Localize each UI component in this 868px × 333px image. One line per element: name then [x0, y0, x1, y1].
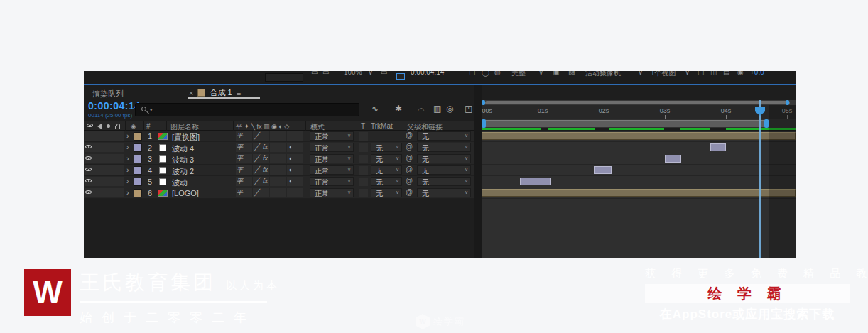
- layer-duration-bar[interactable]: [665, 155, 681, 163]
- trkmat-dropdown[interactable]: 无∨: [371, 177, 402, 186]
- tab-close-icon[interactable]: ×: [189, 89, 193, 97]
- work-area-start-handle[interactable]: [482, 119, 486, 128]
- layer-switch-cell[interactable]: [270, 131, 278, 141]
- layer-switch-cell[interactable]: [295, 165, 303, 175]
- view-layout-chevron-icon[interactable]: ∨: [685, 71, 690, 76]
- lock-toggle[interactable]: [114, 188, 124, 197]
- layer-switch-cell[interactable]: ╱: [253, 177, 261, 186]
- audio-toggle[interactable]: [94, 165, 104, 175]
- layer-switch-cell[interactable]: [270, 154, 278, 163]
- layer-switch-cell[interactable]: [270, 165, 278, 175]
- layer-switch-cell[interactable]: ◐: [287, 165, 295, 175]
- fast-previews-icon[interactable]: ▣: [553, 71, 559, 76]
- layer-switch-cell[interactable]: [278, 188, 286, 197]
- viewer-timecode[interactable]: 0:00:04:14: [411, 71, 444, 76]
- layer-row[interactable]: ›1[置换图]平╱正常∨@无∨: [84, 131, 474, 142]
- t-toggle[interactable]: [359, 189, 368, 197]
- layer-switch-cell[interactable]: 平: [236, 143, 244, 152]
- layer-switch-cell[interactable]: [244, 188, 252, 197]
- pickwhip-icon[interactable]: @: [406, 177, 413, 185]
- layer-search-input[interactable]: ▾: [135, 103, 359, 116]
- blend-mode-dropdown[interactable]: 正常∨: [310, 143, 354, 152]
- flowchart-icon[interactable]: ▤: [723, 71, 729, 76]
- audio-toggle[interactable]: [94, 131, 104, 141]
- layer-switch-cell[interactable]: [278, 143, 286, 152]
- trkmat-dropdown[interactable]: 无∨: [371, 143, 402, 152]
- solo-toggle[interactable]: [104, 177, 114, 186]
- solo-toggle[interactable]: [104, 188, 114, 197]
- tab-comp-1[interactable]: × 合成 1 ≡: [189, 87, 241, 98]
- layer-switch-cell[interactable]: [270, 143, 278, 152]
- magnification-chevron-icon[interactable]: ∨: [368, 71, 373, 76]
- layer-duration-bar[interactable]: [594, 166, 612, 174]
- trkmat-dropdown[interactable]: 无∨: [371, 154, 402, 163]
- layer-switch-cell[interactable]: ╱: [253, 131, 261, 141]
- blend-mode-dropdown[interactable]: 正常∨: [310, 177, 354, 186]
- blend-mode-dropdown[interactable]: 正常∨: [310, 154, 354, 163]
- lock-toggle[interactable]: [114, 143, 124, 152]
- layer-switch-cell[interactable]: 平: [236, 165, 244, 175]
- eye-toggle[interactable]: [85, 154, 94, 163]
- blend-mode-dropdown[interactable]: 正常∨: [310, 165, 354, 175]
- work-area-end-handle[interactable]: [764, 119, 769, 128]
- panel-column-divider[interactable]: [474, 85, 482, 258]
- graph-editor-icon[interactable]: ◳: [465, 104, 472, 114]
- parent-dropdown[interactable]: 无∨: [417, 143, 471, 152]
- magnification-value[interactable]: 100%: [344, 71, 362, 76]
- layer-switch-cell[interactable]: ◐: [287, 177, 295, 186]
- search-options-chevron-icon[interactable]: ▾: [150, 107, 153, 113]
- audio-toggle[interactable]: [94, 154, 104, 163]
- pixel-aspect-icon[interactable]: ▢: [698, 71, 704, 76]
- layer-switch-cell[interactable]: ╱: [253, 154, 261, 163]
- camera-chevron-icon[interactable]: ∨: [638, 71, 643, 76]
- solo-toggle[interactable]: [104, 131, 114, 141]
- navigator-left-handle[interactable]: [482, 100, 485, 105]
- layer-switch-cell[interactable]: [270, 188, 278, 197]
- layer-switch-cell[interactable]: [295, 154, 303, 163]
- layer-duration-bar[interactable]: [520, 178, 551, 185]
- shy-layers-icon[interactable]: ⌓: [418, 104, 425, 114]
- lock-toggle[interactable]: [114, 177, 124, 186]
- layer-row[interactable]: ›3波动 3平╱fx◐正常∨无∨@无∨: [84, 153, 474, 165]
- layer-switch-cell[interactable]: ◐: [287, 143, 295, 152]
- solo-toggle[interactable]: [104, 143, 114, 152]
- timeline-navigator[interactable]: [482, 100, 796, 105]
- tab-render-queue[interactable]: 渲染队列: [92, 89, 124, 99]
- layer-switch-cell[interactable]: [244, 177, 252, 186]
- frame-blending-icon[interactable]: ▥: [433, 104, 441, 114]
- layer-switch-cell[interactable]: fx: [261, 154, 269, 163]
- layer-switch-cell[interactable]: [295, 188, 303, 197]
- parent-dropdown[interactable]: 无∨: [417, 177, 471, 186]
- blend-mode-dropdown[interactable]: 正常∨: [310, 131, 354, 141]
- expand-arrow-icon[interactable]: ›: [126, 188, 129, 197]
- playhead-line[interactable]: [759, 100, 761, 258]
- tab-menu-icon[interactable]: ≡: [237, 89, 241, 97]
- timeline-button-icon[interactable]: ◫: [710, 71, 717, 76]
- draft-3d-icon[interactable]: ✱: [395, 104, 402, 114]
- layer-switch-cell[interactable]: [295, 177, 303, 186]
- expand-arrow-icon[interactable]: ›: [126, 177, 129, 185]
- layer-switch-cell[interactable]: 平: [236, 131, 244, 141]
- layer-switch-cell[interactable]: [287, 131, 295, 141]
- solo-toggle[interactable]: [104, 154, 114, 163]
- layer-name[interactable]: 波动 4: [172, 143, 194, 154]
- layer-switch-cell[interactable]: ◐: [287, 154, 295, 163]
- camera-view-value[interactable]: 活动摄像机: [585, 71, 621, 78]
- tab-title[interactable]: 合成 1: [210, 87, 232, 98]
- lock-toggle[interactable]: [114, 154, 124, 163]
- hand-tool-icon[interactable]: ▭: [311, 71, 318, 76]
- work-area-bar[interactable]: [482, 120, 769, 127]
- layer-switch-cell[interactable]: [244, 154, 252, 163]
- exposure-icon[interactable]: ◉: [737, 71, 744, 76]
- snapshot-icon[interactable]: ▢: [469, 71, 475, 76]
- resolution-value[interactable]: 完整: [511, 71, 526, 78]
- parent-dropdown[interactable]: 无∨: [417, 165, 471, 175]
- pickwhip-icon[interactable]: @: [406, 131, 413, 139]
- layer-switch-cell[interactable]: [244, 165, 252, 175]
- pickwhip-icon[interactable]: @: [406, 188, 413, 196]
- parent-dropdown[interactable]: 无∨: [417, 188, 471, 197]
- layer-switch-cell[interactable]: ╱: [253, 188, 261, 197]
- region-of-interest-icon[interactable]: [396, 73, 405, 80]
- navigator-bar[interactable]: [485, 101, 790, 104]
- trkmat-column-header[interactable]: TrkMat: [371, 122, 393, 130]
